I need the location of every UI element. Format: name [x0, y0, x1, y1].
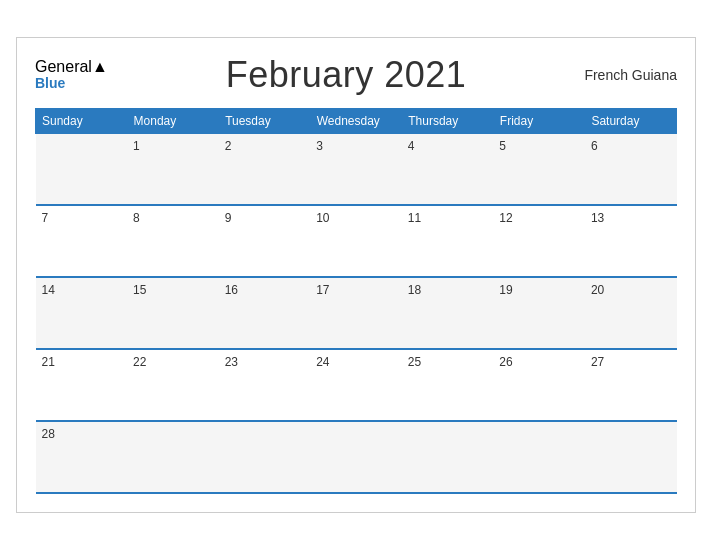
day-number: 19	[499, 283, 512, 297]
day-number: 9	[225, 211, 232, 225]
calendar-title: February 2021	[226, 54, 467, 96]
day-number: 11	[408, 211, 421, 225]
day-number: 22	[133, 355, 146, 369]
day-cell-3-5: 26	[493, 349, 585, 421]
calendar-container: General▲ Blue February 2021 French Guian…	[16, 37, 696, 514]
day-cell-1-4: 11	[402, 205, 494, 277]
header-saturday: Saturday	[585, 108, 677, 133]
day-number: 4	[408, 139, 415, 153]
week-row-2: 14151617181920	[36, 277, 677, 349]
day-number: 24	[316, 355, 329, 369]
day-number: 2	[225, 139, 232, 153]
logo: General▲ Blue	[35, 58, 108, 91]
day-cell-2-0: 14	[36, 277, 128, 349]
day-cell-1-2: 9	[219, 205, 311, 277]
day-number: 18	[408, 283, 421, 297]
header-friday: Friday	[493, 108, 585, 133]
logo-general-text: General▲	[35, 58, 108, 76]
day-number: 13	[591, 211, 604, 225]
day-cell-3-6: 27	[585, 349, 677, 421]
day-cell-1-3: 10	[310, 205, 402, 277]
day-cell-0-1: 1	[127, 133, 219, 205]
day-cell-0-0	[36, 133, 128, 205]
day-cell-2-2: 16	[219, 277, 311, 349]
day-number: 8	[133, 211, 140, 225]
day-cell-2-4: 18	[402, 277, 494, 349]
day-number: 3	[316, 139, 323, 153]
day-number: 27	[591, 355, 604, 369]
day-cell-1-5: 12	[493, 205, 585, 277]
day-number: 26	[499, 355, 512, 369]
week-row-3: 21222324252627	[36, 349, 677, 421]
calendar-header: General▲ Blue February 2021 French Guian…	[35, 54, 677, 96]
day-number: 28	[42, 427, 55, 441]
day-cell-3-3: 24	[310, 349, 402, 421]
day-cell-4-5	[493, 421, 585, 493]
day-cell-2-5: 19	[493, 277, 585, 349]
day-number: 16	[225, 283, 238, 297]
week-row-0: 123456	[36, 133, 677, 205]
day-cell-3-0: 21	[36, 349, 128, 421]
weekday-header-row: Sunday Monday Tuesday Wednesday Thursday…	[36, 108, 677, 133]
day-cell-3-1: 22	[127, 349, 219, 421]
day-cell-0-3: 3	[310, 133, 402, 205]
region-label: French Guiana	[584, 67, 677, 83]
day-cell-0-2: 2	[219, 133, 311, 205]
day-cell-3-4: 25	[402, 349, 494, 421]
header-wednesday: Wednesday	[310, 108, 402, 133]
day-number: 14	[42, 283, 55, 297]
day-number: 23	[225, 355, 238, 369]
calendar-table: Sunday Monday Tuesday Wednesday Thursday…	[35, 108, 677, 495]
week-row-1: 78910111213	[36, 205, 677, 277]
logo-blue-label: Blue	[35, 76, 108, 91]
day-cell-2-3: 17	[310, 277, 402, 349]
logo-general-label: General	[35, 58, 92, 75]
day-cell-2-1: 15	[127, 277, 219, 349]
header-thursday: Thursday	[402, 108, 494, 133]
day-cell-1-6: 13	[585, 205, 677, 277]
day-cell-4-2	[219, 421, 311, 493]
header-monday: Monday	[127, 108, 219, 133]
day-number: 20	[591, 283, 604, 297]
header-tuesday: Tuesday	[219, 108, 311, 133]
day-cell-2-6: 20	[585, 277, 677, 349]
day-number: 15	[133, 283, 146, 297]
day-cell-4-3	[310, 421, 402, 493]
day-number: 7	[42, 211, 49, 225]
day-number: 12	[499, 211, 512, 225]
header-sunday: Sunday	[36, 108, 128, 133]
day-cell-4-0: 28	[36, 421, 128, 493]
day-cell-0-6: 6	[585, 133, 677, 205]
day-number: 6	[591, 139, 598, 153]
day-cell-0-4: 4	[402, 133, 494, 205]
day-number: 1	[133, 139, 140, 153]
day-cell-3-2: 23	[219, 349, 311, 421]
day-number: 17	[316, 283, 329, 297]
day-number: 5	[499, 139, 506, 153]
day-cell-4-1	[127, 421, 219, 493]
day-cell-1-1: 8	[127, 205, 219, 277]
week-row-4: 28	[36, 421, 677, 493]
day-number: 10	[316, 211, 329, 225]
day-cell-4-6	[585, 421, 677, 493]
day-cell-1-0: 7	[36, 205, 128, 277]
day-cell-4-4	[402, 421, 494, 493]
day-cell-0-5: 5	[493, 133, 585, 205]
day-number: 21	[42, 355, 55, 369]
day-number: 25	[408, 355, 421, 369]
